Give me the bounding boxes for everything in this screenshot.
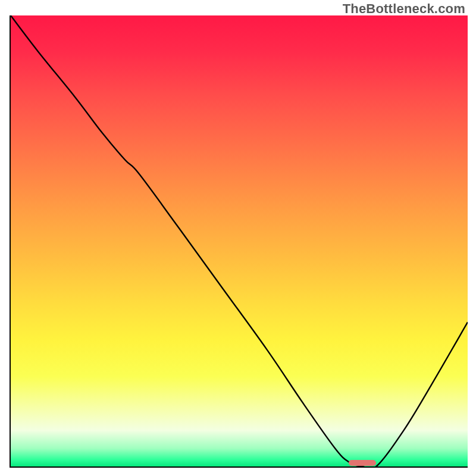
chart-frame: TheBottleneck.com: [0, 0, 476, 476]
watermark-text: TheBottleneck.com: [343, 1, 465, 17]
optimal-range-marker: [349, 460, 376, 466]
curve-path: [11, 15, 468, 466]
plot-area: [10, 15, 468, 468]
bottleneck-curve: [11, 15, 468, 466]
